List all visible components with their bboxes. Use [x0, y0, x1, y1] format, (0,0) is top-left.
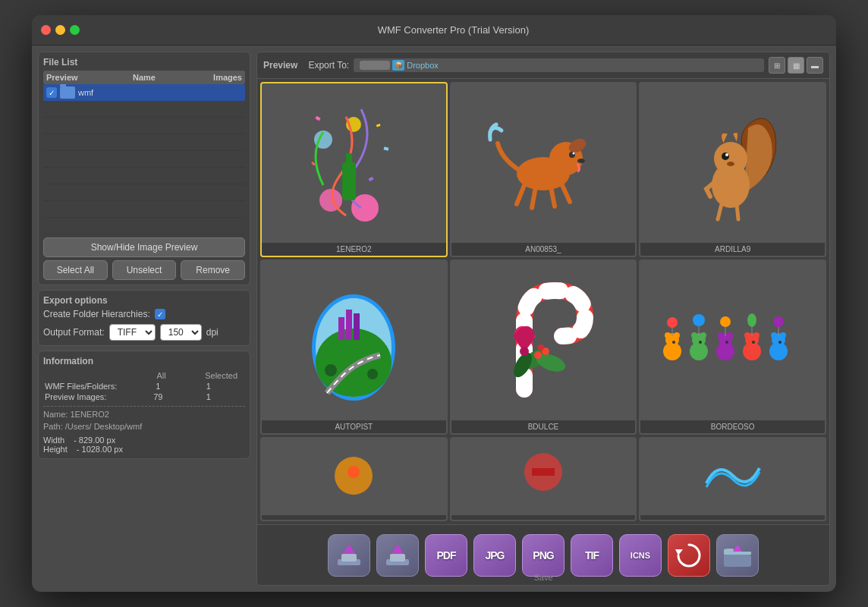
list-view-btn[interactable]: ▬ — [807, 57, 823, 74]
png-btn[interactable]: PNG — [522, 534, 565, 577]
svg-point-45 — [667, 317, 678, 328]
close-button[interactable] — [41, 25, 51, 35]
name-detail: Name: 1ENERO2 — [43, 410, 245, 419]
svg-point-48 — [691, 332, 697, 338]
svg-rect-79 — [341, 554, 357, 561]
svg-point-73 — [773, 316, 784, 327]
export-options-title: Export options — [43, 295, 245, 306]
width-label: Width — [43, 436, 64, 445]
jpg-btn[interactable]: JPG — [473, 534, 516, 577]
preview-images-row: Preview Images: 79 1 — [45, 392, 244, 401]
preview-grid: 1ENERO2 — [257, 79, 829, 524]
svg-marker-83 — [392, 544, 404, 554]
cell-label-4: AUTOPIST — [262, 420, 446, 433]
grid-cell-1[interactable]: 1ENERO2 — [260, 82, 448, 257]
svg-marker-80 — [343, 544, 355, 554]
svg-point-66 — [747, 313, 756, 327]
dropbox-icon: 📦 Dropbox — [392, 60, 439, 71]
grid-cell-5[interactable]: BDULCE — [450, 259, 637, 435]
preview-panel: Preview Export To: 📦 Dropbox ⊞ ▦ ▬ — [256, 52, 830, 586]
maximize-button[interactable] — [70, 25, 80, 35]
preview-title: Preview — [263, 60, 297, 71]
svg-marker-86 — [733, 545, 742, 552]
path-detail: Path: /Users/ Desktop/wmf — [43, 422, 245, 431]
preview-header: Preview Export To: 📦 Dropbox ⊞ ▦ ▬ — [257, 52, 829, 79]
svg-point-57 — [725, 341, 728, 344]
col-selected-header: Selected — [174, 371, 244, 380]
width-row: Width - 829.00 px — [43, 436, 245, 445]
svg-rect-27 — [338, 317, 344, 340]
grid-cell-2[interactable]: AN00853_ — [450, 82, 637, 257]
convert-btn[interactable] — [668, 534, 710, 577]
icns-btn[interactable]: ICNS — [619, 534, 662, 577]
file-list-row[interactable]: ✓ wmf — [43, 84, 245, 101]
grid-medium-view-btn[interactable]: ▦ — [788, 57, 804, 74]
name-label: Name: — [43, 410, 68, 419]
cell-label-6: BORDEOSO — [640, 420, 825, 433]
svg-point-62 — [744, 332, 750, 338]
left-panel: File List Preview Name Images ✓ wmf — [38, 52, 250, 586]
file-list-empty-row — [43, 151, 245, 168]
file-checkbox[interactable]: ✓ — [46, 87, 57, 98]
svg-point-52 — [693, 314, 705, 326]
grid-cell-7[interactable] — [260, 437, 448, 521]
svg-point-16 — [577, 159, 585, 163]
svg-point-38 — [538, 344, 544, 351]
import-right-btn[interactable] — [376, 534, 419, 577]
main-content: File List Preview Name Images ✓ wmf — [32, 46, 836, 592]
width-value: - 829.00 px — [74, 436, 115, 445]
import-left-btn[interactable] — [328, 534, 370, 577]
height-row: Height - 1028.00 px — [43, 445, 245, 454]
svg-rect-4 — [342, 162, 356, 200]
format-select[interactable]: TIFF PNG JPG PDF — [109, 324, 156, 341]
svg-point-36 — [534, 351, 542, 359]
preview-images-all: 79 — [144, 392, 172, 401]
show-hide-btn[interactable]: Show/Hide Image Preview — [43, 237, 245, 257]
tif-btn[interactable]: TIF — [571, 534, 613, 577]
grid-cell-3[interactable]: ARDILLA9 — [639, 82, 826, 257]
grid-cell-4[interactable]: AUTOPIST — [260, 259, 448, 435]
information-panel: Information All Selected WMF Files/Folde… — [38, 351, 250, 459]
svg-point-55 — [718, 332, 724, 338]
dpi-select[interactable]: 72 96 150 300 — [160, 324, 202, 341]
cell-label-7 — [262, 515, 446, 520]
grid-view-btn[interactable]: ⊞ — [769, 57, 785, 74]
remove-button[interactable]: Remove — [181, 260, 245, 280]
file-list-content: ✓ wmf — [43, 84, 245, 234]
file-name: wmf — [78, 88, 242, 97]
svg-point-71 — [778, 341, 782, 344]
grid-cell-6[interactable]: BORDEOSO — [639, 259, 826, 435]
name-value: 1ENERO2 — [70, 410, 108, 419]
output-format-label: Output Format: — [43, 327, 105, 338]
export-btn[interactable] — [716, 534, 759, 577]
grid-cell-8[interactable] — [450, 437, 637, 521]
svg-rect-8 — [384, 146, 389, 150]
file-list-empty-row — [43, 218, 245, 234]
file-list-empty-row — [43, 168, 245, 184]
pdf-btn[interactable]: PDF — [425, 534, 467, 577]
col-images-header: Images — [197, 73, 242, 82]
select-all-button[interactable]: Select All — [43, 260, 108, 280]
col-name-header: Name — [92, 73, 197, 82]
svg-marker-84 — [675, 549, 683, 555]
svg-point-75 — [348, 466, 360, 478]
dpi-label: dpi — [206, 327, 219, 338]
svg-point-69 — [771, 332, 777, 338]
minimize-button[interactable] — [55, 25, 65, 35]
wmf-files-label: WMF Files/Folders: — [45, 382, 143, 391]
create-folder-label: Create Folder Hierarchies: — [43, 309, 150, 319]
svg-rect-6 — [316, 115, 321, 120]
info-table: All Selected WMF Files/Folders: 1 1 Prev… — [43, 370, 245, 403]
cell-image-5 — [451, 261, 636, 418]
create-folder-checkbox[interactable]: ✓ — [155, 309, 165, 319]
information-title: Information — [43, 356, 245, 366]
svg-point-49 — [700, 332, 706, 338]
cell-image-2 — [451, 83, 636, 241]
bottom-toolbar: PDF JPG PNG TIF ICNS — [257, 524, 829, 585]
cell-image-7 — [262, 439, 446, 505]
file-list-empty-row — [43, 118, 245, 134]
svg-point-18 — [714, 142, 747, 175]
unselect-button[interactable]: Unselect — [112, 260, 177, 280]
grid-cell-9[interactable] — [639, 437, 826, 521]
export-path[interactable]: 📦 Dropbox — [354, 58, 764, 72]
